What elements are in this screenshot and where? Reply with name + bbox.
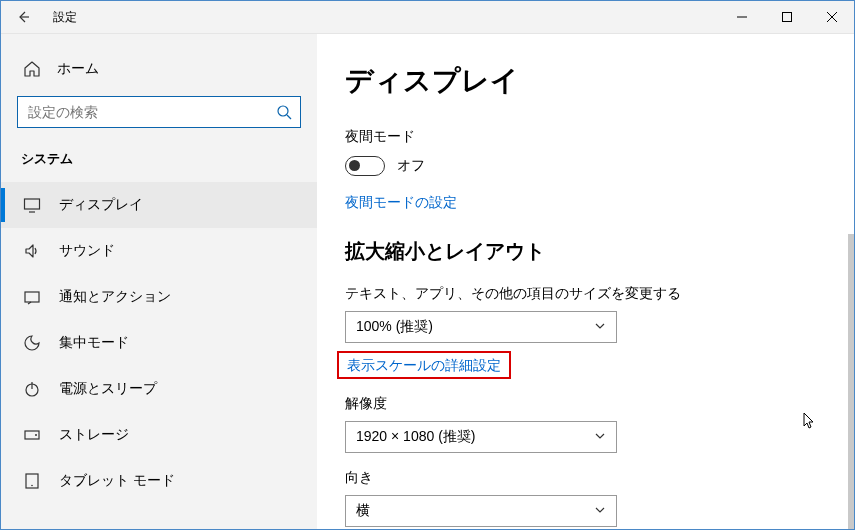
sidebar-home-label: ホーム <box>57 60 99 78</box>
power-icon <box>23 380 41 398</box>
minimize-icon <box>737 12 747 22</box>
chevron-down-icon <box>594 429 606 445</box>
storage-icon <box>23 426 41 444</box>
maximize-button[interactable] <box>764 1 809 33</box>
close-button[interactable] <box>809 1 854 33</box>
text-size-value: 100% (推奨) <box>356 318 433 336</box>
sidebar-item-label: 電源とスリープ <box>59 380 157 398</box>
resolution-dropdown[interactable]: 1920 × 1080 (推奨) <box>345 421 617 453</box>
back-button[interactable] <box>11 5 35 29</box>
sidebar-item-display[interactable]: ディスプレイ <box>1 182 317 228</box>
svg-rect-2 <box>25 199 40 209</box>
minimize-button[interactable] <box>719 1 764 33</box>
night-light-state: オフ <box>397 157 425 175</box>
sidebar-item-sound[interactable]: サウンド <box>1 228 317 274</box>
chevron-down-icon <box>594 503 606 519</box>
sound-icon <box>23 242 41 260</box>
sidebar-section-label: システム <box>1 146 317 182</box>
tablet-icon <box>23 472 41 490</box>
svg-rect-0 <box>782 13 791 22</box>
resolution-value: 1920 × 1080 (推奨) <box>356 428 475 446</box>
content-area: ディスプレイ 夜間モード オフ 夜間モードの設定 拡大縮小とレイアウト テキスト… <box>317 34 854 529</box>
svg-point-6 <box>35 434 37 436</box>
sidebar-item-label: ストレージ <box>59 426 129 444</box>
sidebar: ホーム システム ディスプレイ サウンド 通知とアクション <box>1 34 317 529</box>
page-title: ディスプレイ <box>345 62 854 100</box>
home-icon <box>23 60 41 78</box>
night-light-label: 夜間モード <box>345 128 854 146</box>
sidebar-item-focus[interactable]: 集中モード <box>1 320 317 366</box>
sidebar-item-notifications[interactable]: 通知とアクション <box>1 274 317 320</box>
close-icon <box>827 12 837 22</box>
notifications-icon <box>23 288 41 306</box>
titlebar: 設定 <box>1 1 854 34</box>
night-light-settings-link[interactable]: 夜間モードの設定 <box>345 194 457 212</box>
text-size-label: テキスト、アプリ、その他の項目のサイズを変更する <box>345 285 854 303</box>
search-icon <box>276 104 292 120</box>
chevron-down-icon <box>594 319 606 335</box>
scale-layout-heading: 拡大縮小とレイアウト <box>345 238 854 265</box>
cursor-icon <box>801 412 819 435</box>
sidebar-item-label: タブレット モード <box>59 472 175 490</box>
advanced-scale-link[interactable]: 表示スケールの詳細設定 <box>347 357 501 375</box>
orientation-value: 横 <box>356 502 370 520</box>
focus-icon <box>23 334 41 352</box>
text-size-dropdown[interactable]: 100% (推奨) <box>345 311 617 343</box>
sidebar-item-power[interactable]: 電源とスリープ <box>1 366 317 412</box>
sidebar-home[interactable]: ホーム <box>1 52 317 86</box>
maximize-icon <box>782 12 792 22</box>
toggle-knob <box>349 160 360 171</box>
sidebar-item-label: 集中モード <box>59 334 129 352</box>
sidebar-item-tablet[interactable]: タブレット モード <box>1 458 317 504</box>
svg-rect-3 <box>25 292 39 302</box>
content-scrollbar[interactable] <box>848 234 854 529</box>
svg-point-1 <box>278 106 288 116</box>
settings-window: 設定 ホーム <box>0 0 855 530</box>
window-title: 設定 <box>53 9 77 26</box>
sidebar-item-label: ディスプレイ <box>59 196 143 214</box>
arrow-left-icon <box>15 9 31 25</box>
orientation-dropdown[interactable]: 横 <box>345 495 617 527</box>
resolution-label: 解像度 <box>345 395 854 413</box>
svg-point-8 <box>31 485 33 487</box>
search-input-container[interactable] <box>17 96 301 128</box>
sidebar-item-label: 通知とアクション <box>59 288 171 306</box>
search-input[interactable] <box>26 103 276 121</box>
orientation-label: 向き <box>345 469 854 487</box>
night-light-toggle[interactable] <box>345 156 385 176</box>
display-icon <box>23 196 41 214</box>
advanced-scale-link-highlight: 表示スケールの詳細設定 <box>337 351 511 379</box>
sidebar-item-storage[interactable]: ストレージ <box>1 412 317 458</box>
sidebar-item-label: サウンド <box>59 242 115 260</box>
